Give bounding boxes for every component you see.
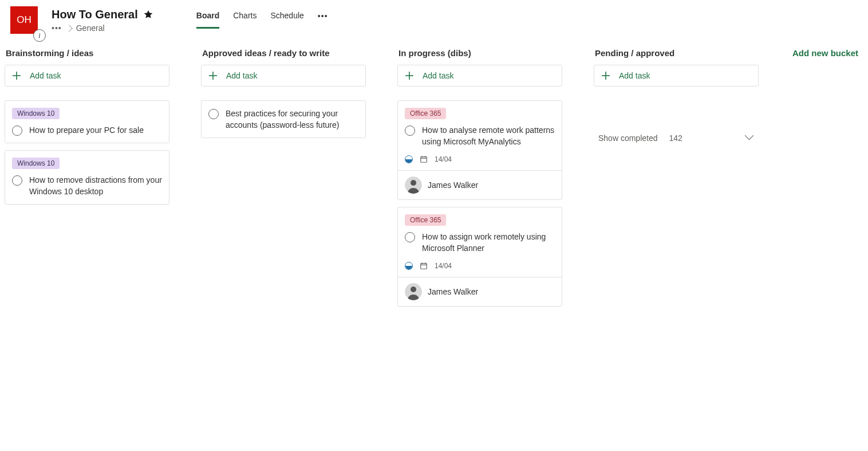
bucket-title[interactable]: Pending / approved <box>594 48 759 65</box>
add-task-button[interactable]: Add task <box>201 65 366 87</box>
task-meta: 14/04 <box>405 155 555 163</box>
bucket-approved-ideas: Approved ideas / ready to write Add task… <box>201 48 366 307</box>
add-bucket-button[interactable]: Add new bucket <box>790 48 861 307</box>
bucket-pending-approved: Pending / approved Add task Show complet… <box>594 48 759 307</box>
add-task-button[interactable]: Add task <box>397 65 562 87</box>
category-label: Office 365 <box>405 214 446 226</box>
bucket-title[interactable]: Brainstorming / ideas <box>5 48 169 65</box>
task-card[interactable]: Windows 10 How to remove distractions fr… <box>5 150 169 205</box>
calendar-icon <box>420 262 428 270</box>
add-task-label: Add task <box>423 71 453 80</box>
complete-checkbox[interactable] <box>405 232 415 242</box>
add-task-button[interactable]: Add task <box>5 65 169 87</box>
progress-in-progress-icon <box>405 155 413 163</box>
avatar <box>405 177 422 194</box>
calendar-icon <box>420 155 428 163</box>
task-title: How to assign work remotely using Micros… <box>422 231 555 254</box>
tab-board[interactable]: Board <box>196 11 219 29</box>
plan-title: How To General <box>52 6 138 22</box>
tab-charts[interactable]: Charts <box>233 11 257 29</box>
plan-header: OH i How To General ••• General Board Ch… <box>0 0 868 42</box>
category-label: Windows 10 <box>12 158 60 169</box>
task-assignee[interactable]: James Walker <box>398 277 562 306</box>
progress-in-progress-icon <box>405 262 413 270</box>
complete-checkbox[interactable] <box>405 126 415 136</box>
show-completed-toggle[interactable]: Show completed 142 <box>594 131 759 145</box>
board: Brainstorming / ideas Add task Windows 1… <box>0 42 868 307</box>
info-icon[interactable]: i <box>33 29 46 42</box>
plan-icon: OH <box>10 6 38 34</box>
breadcrumb-item[interactable]: General <box>76 23 105 33</box>
assignee-name: James Walker <box>428 287 478 296</box>
bucket-title[interactable]: In progress (dibs) <box>397 48 562 65</box>
complete-checkbox[interactable] <box>12 175 22 186</box>
task-assignee[interactable]: James Walker <box>398 170 562 199</box>
plus-icon <box>601 71 610 80</box>
add-task-label: Add task <box>226 71 257 80</box>
assignee-name: James Walker <box>428 181 478 190</box>
tab-more-icon[interactable]: ••• <box>318 11 328 28</box>
complete-checkbox[interactable] <box>208 109 219 119</box>
avatar <box>405 283 422 300</box>
category-label: Office 365 <box>405 108 446 119</box>
show-completed-count: 142 <box>669 134 682 143</box>
task-card[interactable]: Best practices for securing your account… <box>201 100 366 138</box>
task-card[interactable]: Windows 10 How to prepare your PC for sa… <box>5 100 169 143</box>
due-date: 14/04 <box>435 262 452 270</box>
plus-icon <box>208 71 218 80</box>
task-title: How to analyse remote work patterns usin… <box>422 124 555 147</box>
add-task-label: Add task <box>619 71 650 80</box>
svg-rect-6 <box>421 157 427 163</box>
svg-rect-12 <box>421 264 427 269</box>
category-label: Windows 10 <box>12 108 60 119</box>
task-meta: 14/04 <box>405 262 555 270</box>
plan-icon-wrap: OH i <box>10 6 38 34</box>
add-task-label: Add task <box>30 71 61 80</box>
task-title: Best practices for securing your account… <box>226 108 358 131</box>
bucket-in-progress: In progress (dibs) Add task Office 365 H… <box>397 48 562 307</box>
bucket-brainstorming: Brainstorming / ideas Add task Windows 1… <box>5 48 169 307</box>
tab-schedule[interactable]: Schedule <box>270 11 303 29</box>
plan-title-row: How To General <box>52 6 153 22</box>
svg-point-11 <box>411 180 416 186</box>
plan-title-block: How To General ••• General <box>52 6 153 33</box>
plus-icon <box>405 71 414 80</box>
complete-checkbox[interactable] <box>12 126 22 136</box>
bucket-title[interactable]: Approved ideas / ready to write <box>201 48 366 65</box>
plus-icon <box>12 71 21 80</box>
task-title: How to remove distractions from your Win… <box>29 174 162 197</box>
task-card[interactable]: Office 365 How to assign work remotely u… <box>397 207 562 307</box>
task-title: How to prepare your PC for sale <box>29 124 144 136</box>
star-filled-icon[interactable] <box>143 9 153 19</box>
view-tabs: Board Charts Schedule ••• <box>196 8 328 31</box>
show-completed-label: Show completed <box>598 134 658 143</box>
breadcrumb[interactable]: ••• General <box>52 23 153 33</box>
svg-point-17 <box>411 287 416 292</box>
task-card[interactable]: Office 365 How to analyse remote work pa… <box>397 100 562 200</box>
breadcrumb-ellipsis-icon[interactable]: ••• <box>52 23 62 33</box>
due-date: 14/04 <box>435 155 452 163</box>
chevron-down-icon <box>746 134 754 142</box>
add-task-button[interactable]: Add task <box>594 65 759 87</box>
chevron-right-icon <box>65 25 73 32</box>
